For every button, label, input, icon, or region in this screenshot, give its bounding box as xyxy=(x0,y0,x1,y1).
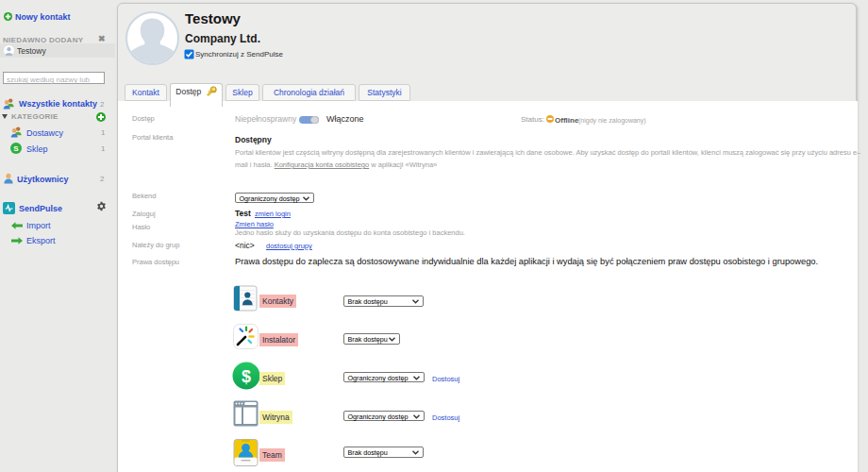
svg-text:S: S xyxy=(13,144,19,153)
svg-text:$: $ xyxy=(242,367,251,386)
